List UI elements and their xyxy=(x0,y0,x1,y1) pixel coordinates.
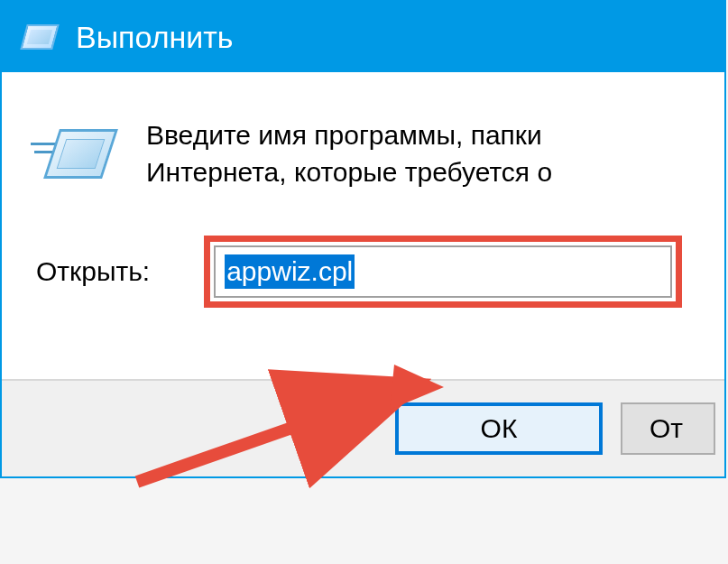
run-icon xyxy=(38,125,110,188)
open-input[interactable]: appwiz.cpl xyxy=(214,245,672,298)
titlebar: Выполнить xyxy=(2,2,724,72)
open-input-value: appwiz.cpl xyxy=(225,254,355,289)
info-row: Введите имя программы, папки Интернета, … xyxy=(2,117,724,190)
info-text: Введите имя программы, папки Интернета, … xyxy=(146,117,724,190)
dialog-title: Выполнить xyxy=(76,20,234,55)
svg-line-1 xyxy=(137,387,408,482)
button-area: ОК От xyxy=(2,379,724,476)
run-dialog: Выполнить Введите имя программы, папки И… xyxy=(0,0,726,478)
cancel-button[interactable]: От xyxy=(621,402,715,455)
info-text-line1: Введите имя программы, папки xyxy=(146,120,542,150)
info-text-line2: Интернета, которые требуется о xyxy=(146,157,552,187)
run-titlebar-icon xyxy=(20,24,60,50)
input-row: Открыть: appwiz.cpl xyxy=(2,236,724,308)
input-highlight-annotation: appwiz.cpl xyxy=(204,236,682,308)
open-label: Открыть: xyxy=(36,256,150,287)
ok-button[interactable]: ОК xyxy=(395,402,603,455)
content-area: Введите имя программы, папки Интернета, … xyxy=(2,72,724,379)
